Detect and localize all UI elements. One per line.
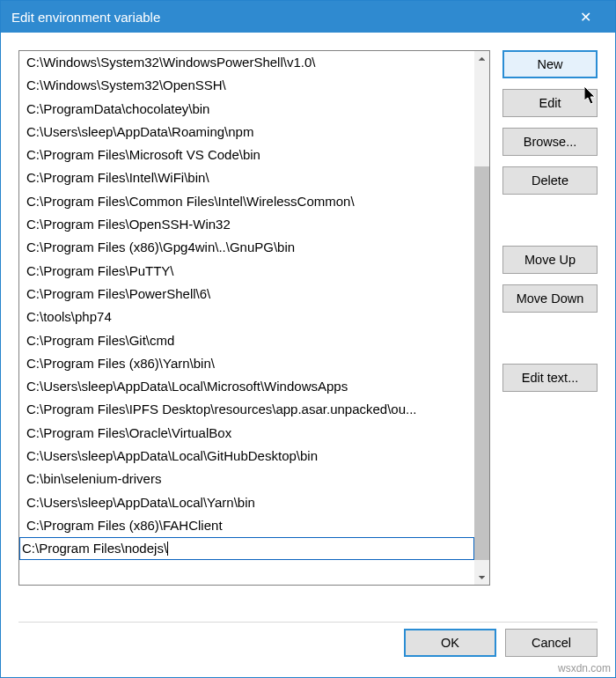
path-listbox[interactable]: C:\Windows\System32\WindowsPowerShell\v1… [18, 50, 490, 586]
list-item[interactable]: C:\Program Files\Git\cmd [19, 329, 474, 352]
list-item[interactable]: C:\Program Files\Oracle\VirtualBox [19, 422, 474, 445]
list-item[interactable]: C:\Program Files\OpenSSH-Win32 [19, 213, 474, 236]
scroll-up-arrow[interactable]: ⏶ [474, 51, 489, 66]
list-item[interactable]: C:\Windows\System32\WindowsPowerShell\v1… [19, 51, 474, 74]
list-item[interactable]: C:\Windows\System32\OpenSSH\ [19, 74, 474, 97]
ok-button[interactable]: OK [404, 629, 496, 657]
list-item[interactable]: C:\ProgramData\chocolatey\bin [19, 98, 474, 121]
scroll-track[interactable] [474, 66, 489, 570]
list-item[interactable]: C:\Program Files\Microsoft VS Code\bin [19, 144, 474, 166]
edit-button[interactable]: Edit [502, 89, 598, 117]
edit-env-dialog: Edit environment variable ✕ C:\Windows\S… [0, 0, 616, 678]
new-button[interactable]: New [502, 50, 598, 78]
watermark: wsxdn.com [558, 662, 611, 674]
cancel-button[interactable]: Cancel [505, 629, 598, 657]
scroll-down-arrow[interactable]: ⏷ [474, 570, 489, 585]
spacer [502, 323, 598, 364]
scroll-thumb[interactable] [474, 166, 489, 559]
close-icon: ✕ [580, 9, 591, 26]
list-item[interactable]: C:\Users\sleep\AppData\Local\Microsoft\W… [19, 375, 474, 398]
side-buttons: New Edit Browse... Delete Move Up Move D… [502, 50, 598, 613]
dialog-body: C:\Windows\System32\WindowsPowerShell\v1… [1, 33, 615, 622]
list-item[interactable]: C:\Program Files\nodejs\ [19, 537, 474, 560]
list-item[interactable]: C:\Program Files (x86)\Gpg4win\..\GnuPG\… [19, 236, 474, 259]
edit-text-button[interactable]: Edit text... [502, 364, 598, 392]
scrollbar[interactable]: ⏶ ⏷ [474, 51, 489, 585]
window-title: Edit environment variable [11, 10, 160, 25]
list-item[interactable]: C:\Program Files\IPFS Desktop\resources\… [19, 398, 474, 421]
list-items: C:\Windows\System32\WindowsPowerShell\v1… [19, 51, 474, 585]
move-down-button[interactable]: Move Down [502, 284, 598, 313]
list-item[interactable]: C:\Users\sleep\AppData\Local\GitHubDeskt… [19, 445, 474, 468]
list-item[interactable]: C:\Program Files (x86)\Yarn\bin\ [19, 352, 474, 375]
list-item[interactable]: C:\bin\selenium-drivers [19, 468, 474, 490]
bottom-bar: OK Cancel [1, 623, 615, 677]
list-item[interactable]: C:\Program Files\Common Files\Intel\Wire… [19, 190, 474, 213]
list-item[interactable]: C:\Program Files\PowerShell\6\ [19, 283, 474, 306]
list-item[interactable]: C:\Users\sleep\AppData\Local\Yarn\bin [19, 491, 474, 514]
move-up-button[interactable]: Move Up [502, 246, 598, 274]
list-item[interactable]: C:\Program Files\Intel\WiFi\bin\ [19, 166, 474, 189]
list-item[interactable]: C:\Program Files\PuTTY\ [19, 260, 474, 283]
list-item[interactable]: C:\Users\sleep\AppData\Roaming\npm [19, 121, 474, 144]
close-button[interactable]: ✕ [566, 1, 605, 33]
titlebar: Edit environment variable ✕ [1, 1, 615, 33]
spacer [502, 205, 598, 246]
inline-edit-field[interactable]: C:\Program Files\nodejs\ [20, 538, 473, 559]
list-item[interactable]: C:\tools\php74 [19, 306, 474, 328]
delete-button[interactable]: Delete [502, 166, 598, 195]
browse-button[interactable]: Browse... [502, 128, 598, 156]
list-item[interactable]: C:\Program Files (x86)\FAHClient [19, 514, 474, 537]
